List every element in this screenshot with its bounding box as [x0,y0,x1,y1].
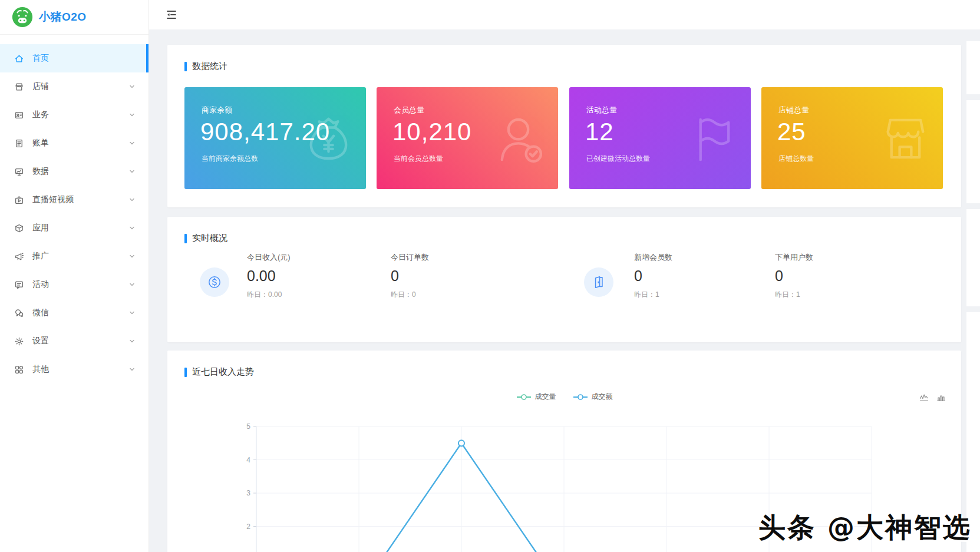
sidebar-item-label: 首页 [32,53,49,64]
stat-value: 0.00 [247,267,377,285]
sidebar-item-label: 微信 [32,308,49,318]
sidebar-item-promotion[interactable]: 推广 [0,242,149,270]
sidebar-item-live-video[interactable]: 直播短视频 [0,186,149,214]
legend-item-volume[interactable]: 成交量 [516,392,556,402]
right-edge-card-sliver [966,100,980,203]
legend-label: 成交量 [535,392,556,402]
stat-today-income: 今日收入(元) 0.00 昨日：0.00 [247,252,377,300]
stat-label: 新增会员数 [634,252,764,263]
sidebar-item-label: 设置 [32,336,49,346]
stat-card-desc: 当前会员总数量 [394,154,443,164]
apps-icon [14,223,24,233]
sidebar-item-others[interactable]: 其他 [0,355,149,384]
line-chart-toggle-icon[interactable] [919,393,929,402]
sidebar-menu: 首页店铺业务账单数据直播短视频应用推广活动微信设置其他 [0,44,149,384]
stat-sub: 昨日：0.00 [247,290,377,300]
realtime-section-card: 实时概况 今日收入(元) 0.00 昨日：0.00 今日订单数 0 昨日：0 新… [167,217,961,342]
stat-sub: 昨日：0 [391,290,520,300]
chevron-down-icon [128,281,136,288]
member-icon [493,111,549,167]
chevron-down-icon [128,111,136,118]
chevron-down-icon [128,366,136,373]
money-bag-icon [301,111,357,167]
promotion-icon [14,252,24,262]
sidebar-item-label: 应用 [32,223,49,233]
stat-card-stores: 店铺总量 25 店铺总数量 [761,87,943,189]
stat-value: 0 [391,267,520,285]
sidebar-item-label: 其他 [32,364,49,375]
topbar [149,0,980,29]
data-icon [14,167,24,177]
svg-text:3: 3 [246,489,250,497]
pig-logo [12,6,33,28]
watermark-text: 头条 @大神智选 [758,510,972,546]
live-video-icon [14,195,24,205]
active-indicator [146,44,149,72]
sidebar-item-home[interactable]: 首页 [0,44,149,72]
chevron-down-icon [128,140,136,147]
chevron-down-icon [128,168,136,175]
home-icon [14,54,24,64]
stat-new-members: 新增会员数 0 昨日：1 [634,252,764,300]
stat-card-desc: 已创建微活动总数量 [586,154,650,164]
section-title-bar [184,368,187,377]
stat-card-merchant-balance: 商家余额 908,417.20 当前商家余额总数 [184,87,366,189]
stat-card-value: 10,210 [392,118,471,146]
stat-sub: 昨日：1 [634,290,764,300]
bill-icon [14,138,24,148]
chevron-down-icon [128,253,136,260]
svg-text:5: 5 [246,422,250,431]
chevron-down-icon [128,338,136,345]
stat-card-label: 店铺总量 [778,105,809,115]
chart-legend: 成交量成交额 [167,392,961,402]
brand-name: 小猪O2O [39,9,87,25]
section-title-text: 近七日收入走势 [192,366,254,378]
logo-link[interactable]: 小猪O2O [0,0,149,35]
stat-label: 下单用户数 [775,252,905,263]
settings-icon [14,336,24,346]
legend-item-amount[interactable]: 成交额 [573,392,613,402]
chevron-down-icon [128,196,136,203]
flag-icon [685,111,741,167]
stat-ordering-users: 下单用户数 0 昨日：1 [775,252,905,300]
svg-text:2: 2 [246,523,250,531]
sidebar-item-bill[interactable]: 账单 [0,129,149,157]
sidebar-item-label: 业务 [32,110,49,120]
stats-section-title: 数据统计 [184,61,227,72]
stat-card-value: 25 [777,118,806,146]
stat-card-activities: 活动总量 12 已创建微活动总数量 [569,87,751,189]
sidebar-item-settings[interactable]: 设置 [0,327,149,355]
right-edge-card-sliver [966,41,980,94]
sidebar-item-label: 店铺 [32,81,49,92]
bar-chart-toggle-icon[interactable] [936,393,946,402]
stat-card-value: 12 [585,118,614,146]
sidebar-item-apps[interactable]: 应用 [0,214,149,242]
chart-type-toggles [919,393,946,402]
dollar-coin-icon [200,267,229,297]
section-title-text: 数据统计 [192,61,227,72]
sidebar-item-data[interactable]: 数据 [0,157,149,186]
sidebar-item-business[interactable]: 业务 [0,101,149,129]
stat-card-members: 会员总量 10,210 当前会员总数量 [377,87,558,189]
sidebar: 小猪O2O 首页店铺业务账单数据直播短视频应用推广活动微信设置其他 [0,0,149,552]
activity-icon [14,280,24,290]
svg-text:4: 4 [246,456,250,464]
stat-label: 今日收入(元) [247,252,377,263]
menu-fold-icon [165,8,179,21]
open-door-icon [584,267,613,297]
wechat-icon [14,308,24,318]
realtime-section-title: 实时概况 [184,233,227,244]
stat-card-label: 商家余额 [202,105,232,115]
legend-marker [573,394,588,401]
sidebar-item-wechat[interactable]: 微信 [0,299,149,327]
stat-card-desc: 店铺总数量 [778,154,814,164]
menu-fold-button[interactable] [165,8,179,22]
sidebar-item-shop[interactable]: 店铺 [0,72,149,101]
stats-section-card: 数据统计 商家余额 908,417.20 当前商家余额总数 会员总量 10,21… [167,45,961,207]
chevron-down-icon [128,83,136,90]
sidebar-item-label: 推广 [32,251,49,262]
sidebar-item-activity[interactable]: 活动 [0,270,149,299]
stat-value: 0 [634,267,764,285]
shop-icon [14,82,24,92]
others-icon [14,365,24,375]
